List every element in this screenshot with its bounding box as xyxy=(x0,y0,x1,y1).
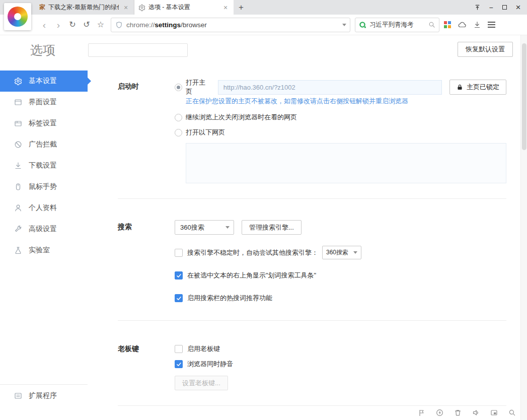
sidebar-item-download-settings[interactable]: 下载设置 xyxy=(0,155,88,176)
sidebar-bottom: 扩展程序 xyxy=(0,384,88,407)
checkbox-mute-browser[interactable] xyxy=(175,360,183,368)
sidebar-item-ad-block[interactable]: 广告拦截 xyxy=(0,134,88,155)
settings-sidebar: 基本设置 界面设置 标签设置 广告拦截 下载设置 xyxy=(0,64,88,420)
checkbox-search-fallback-label: 搜索引擎不稳定时，自动尝试其他搜索引擎： xyxy=(187,248,318,257)
sidebar-item-interface-settings[interactable]: 界面设置 xyxy=(0,92,88,113)
page-scrollbar[interactable] xyxy=(520,35,527,420)
search-query-text[interactable]: 习近平到青海考 xyxy=(369,21,425,29)
settings-search-input[interactable] xyxy=(88,43,188,57)
zoom-icon[interactable] xyxy=(508,408,516,416)
homepage-locked-button[interactable]: 主页已锁定 xyxy=(449,80,506,95)
extensions-icon xyxy=(14,392,22,400)
section-bosskey: 老板键 启用老板键 浏览器同时静音 设置老板键... xyxy=(118,342,506,390)
tab-download-home[interactable]: 家 下载之家-最新最热门的绿色... × xyxy=(35,0,134,15)
radio-open-pages[interactable] xyxy=(175,129,182,136)
homepage-url-input[interactable]: http://hao.360.cn/?z1002 xyxy=(218,80,442,95)
trash-icon[interactable] xyxy=(454,408,462,416)
address-bar[interactable]: chrome://settings/browser xyxy=(111,18,350,32)
checkbox-hotword-suggest-label: 启用搜索栏的热搜词推荐功能 xyxy=(187,294,272,303)
block-icon xyxy=(14,141,22,149)
sidebar-item-advanced-settings[interactable]: 高级设置 xyxy=(0,219,88,240)
address-dropdown-button[interactable] xyxy=(339,18,350,32)
search-icon[interactable] xyxy=(428,21,435,28)
section-search: 搜索 360搜索 管理搜索引擎... 搜索引擎不稳定时，自动尝试其他搜索引擎： … xyxy=(118,220,506,305)
checkbox-selection-search-toolbar[interactable] xyxy=(175,271,183,279)
checkbox-enable-bosskey[interactable] xyxy=(175,345,183,353)
tab1-close-icon[interactable]: × xyxy=(122,4,130,12)
address-url[interactable]: chrome://settings/browser xyxy=(126,21,335,29)
restore-closed-button[interactable]: ↺ xyxy=(80,18,94,32)
startup-pages-list[interactable] xyxy=(186,143,506,183)
homepage-protect-note: 正在保护您设置的主页不被篡改，如需修改请点击右侧按钮解锁并重启浏览器 xyxy=(186,97,506,106)
sidebar-item-mouse-gestures[interactable]: 鼠标手势 xyxy=(0,176,88,197)
maximize-button[interactable] xyxy=(498,0,511,15)
tab-bar: 家 下载之家-最新最热门的绿色... × 选项 - 基本设置 × + − × xyxy=(0,0,527,15)
settings-header: 选项 恢复默认设置 xyxy=(0,35,527,64)
chevron-down-icon xyxy=(353,251,357,254)
section-title: 启动时 xyxy=(118,80,175,183)
gear-icon xyxy=(138,4,145,11)
checkbox-search-fallback[interactable] xyxy=(175,249,183,257)
sidebar-item-label: 标签设置 xyxy=(29,119,57,128)
wrench-icon xyxy=(14,225,22,233)
sidebar-item-label: 下载设置 xyxy=(29,161,57,170)
tab2-title: 选项 - 基本设置 xyxy=(148,3,218,12)
sidebar-item-profile[interactable]: 个人资料 xyxy=(0,197,88,219)
flag-icon[interactable] xyxy=(417,408,425,416)
sidebar-item-extensions[interactable]: 扩展程序 xyxy=(0,385,88,407)
back-button[interactable]: ‹ xyxy=(37,18,51,32)
tab2-close-icon[interactable]: × xyxy=(221,4,230,12)
sidebar-item-tab-settings[interactable]: 标签设置 xyxy=(0,113,88,134)
sidebar-item-lab[interactable]: 实验室 xyxy=(0,240,88,261)
search-box[interactable]: 习近平到青海考 xyxy=(355,18,439,32)
main-menu-icon[interactable] xyxy=(488,22,495,28)
sidebar-item-label: 高级设置 xyxy=(29,225,57,234)
speaker-icon[interactable] xyxy=(472,408,480,416)
section-divider xyxy=(118,198,506,199)
new-tab-button[interactable]: + xyxy=(234,0,249,15)
browser-logo[interactable] xyxy=(4,3,31,30)
forward-button[interactable]: › xyxy=(51,18,65,32)
minimize-button[interactable]: − xyxy=(484,0,498,15)
refresh-button[interactable]: ↻ xyxy=(65,18,80,32)
radio-open-homepage[interactable] xyxy=(175,84,182,91)
radio-continue-last-session[interactable] xyxy=(175,114,182,121)
tab1-favicon: 家 xyxy=(39,3,45,12)
always-on-top-button[interactable] xyxy=(471,0,484,15)
tab-settings[interactable]: 选项 - 基本设置 × xyxy=(134,0,234,15)
pin-top-icon xyxy=(474,4,481,11)
fallback-engine-select[interactable]: 360搜索 xyxy=(322,246,361,259)
cloud-sync-icon[interactable] xyxy=(458,21,467,29)
speed-boost-icon[interactable] xyxy=(435,408,443,416)
homepage-locked-label: 主页已锁定 xyxy=(467,83,499,92)
favorite-star-button[interactable]: ☆ xyxy=(94,18,108,32)
search-engine-value: 360搜索 xyxy=(180,223,204,232)
radio-open-homepage-label: 打开主页 xyxy=(186,78,212,96)
tab-strip: 家 下载之家-最新最热门的绿色... × 选项 - 基本设置 × + xyxy=(35,0,249,15)
sidebar-item-label: 界面设置 xyxy=(29,98,57,107)
restore-defaults-button[interactable]: 恢复默认设置 xyxy=(458,42,513,57)
chevron-down-icon xyxy=(342,24,346,26)
checkbox-hotword-suggest[interactable] xyxy=(175,294,183,302)
fallback-engine-value: 360搜索 xyxy=(326,248,348,257)
scrollbar-thumb[interactable] xyxy=(522,43,526,150)
search-engine-select[interactable]: 360搜索 xyxy=(175,220,234,235)
checkbox-selection-search-label: 在被选中文本的右上角显示"划词搜索工具条" xyxy=(187,271,316,280)
manage-search-engines-button[interactable]: 管理搜索引擎... xyxy=(242,220,302,235)
apps-grid-icon[interactable] xyxy=(444,21,451,28)
sidebar-item-basic-settings[interactable]: 基本设置 xyxy=(0,71,88,92)
download-manager-icon[interactable] xyxy=(473,21,481,29)
360-search-logo-icon xyxy=(359,21,366,29)
close-window-button[interactable]: × xyxy=(511,0,525,15)
sidebar-item-label: 基本设置 xyxy=(29,77,57,86)
section-divider xyxy=(118,405,506,406)
settings-content: 启动时 打开主页 http://hao.360.cn/?z1002 主页已锁定 … xyxy=(88,64,527,420)
set-bosskey-button[interactable]: 设置老板键... xyxy=(175,376,228,390)
page-title: 选项 xyxy=(30,42,55,58)
section-title: 搜索 xyxy=(118,220,175,305)
section-startup: 启动时 打开主页 http://hao.360.cn/?z1002 主页已锁定 … xyxy=(118,80,506,183)
sidebar-item-label: 扩展程序 xyxy=(29,391,57,400)
sidebar-item-label: 实验室 xyxy=(29,246,50,255)
picture-in-picture-icon[interactable] xyxy=(490,408,498,416)
toolbar-right-actions xyxy=(444,21,495,29)
